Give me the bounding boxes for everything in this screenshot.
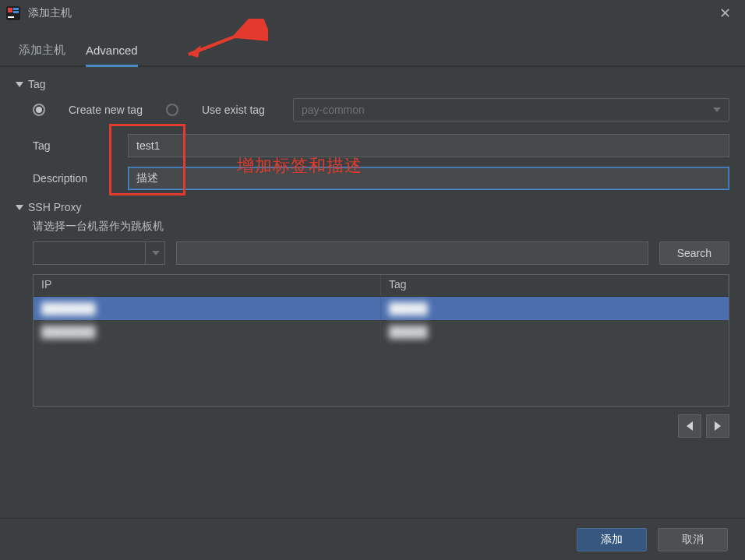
cell-ip: ███████	[41, 302, 95, 315]
svg-rect-1	[8, 8, 12, 12]
proxy-search-input[interactable]	[176, 241, 648, 265]
next-page-button[interactable]	[706, 414, 729, 438]
tab-advanced[interactable]: Advanced	[86, 44, 138, 67]
chevron-down-icon	[152, 251, 160, 255]
tab-basic[interactable]: 添加主机	[19, 43, 65, 65]
search-button[interactable]: Search	[659, 241, 729, 265]
app-icon	[6, 6, 20, 20]
col-tag[interactable]: Tag	[381, 275, 729, 296]
ok-button-label: 添加	[601, 533, 623, 547]
prev-page-button[interactable]	[678, 414, 701, 438]
ok-button[interactable]: 添加	[577, 528, 647, 551]
chevron-down-icon	[16, 205, 23, 210]
pager	[16, 407, 729, 438]
section-title-ssh: SSH Proxy	[28, 201, 81, 213]
cell-tag: █████	[389, 302, 428, 315]
search-button-label: Search	[677, 247, 711, 259]
tag-label: Tag	[33, 139, 128, 152]
ssh-hint: 请选择一台机器作为跳板机	[16, 218, 729, 241]
svg-rect-3	[13, 11, 19, 13]
table-header: IP Tag	[34, 275, 729, 297]
window-title: 添加主机	[28, 6, 72, 20]
cancel-button[interactable]: 取消	[658, 528, 728, 551]
chevron-right-icon	[715, 421, 721, 431]
radio-exist-label: Use exist tag	[202, 104, 265, 116]
tab-bar: 添加主机 Advanced	[0, 26, 745, 67]
radio-create-label: Create new tag	[69, 104, 143, 116]
table-row[interactable]: ███████ █████	[34, 320, 729, 343]
table-row[interactable]: ███████ █████	[34, 297, 729, 320]
col-ip[interactable]: IP	[34, 275, 381, 296]
cell-ip: ███████	[41, 326, 95, 338]
proxy-table: IP Tag ███████ █████ ███████ █████	[33, 274, 729, 407]
cancel-button-label: 取消	[682, 533, 704, 547]
close-icon[interactable]: ✕	[711, 2, 739, 25]
chevron-left-icon	[687, 421, 693, 431]
section-toggle-tag[interactable]: Tag	[16, 72, 729, 95]
chevron-down-icon	[713, 107, 721, 112]
cell-tag: █████	[389, 326, 428, 338]
titlebar: 添加主机 ✕	[0, 0, 745, 26]
dialog-footer: 添加 取消	[0, 518, 745, 560]
tag-input[interactable]	[128, 134, 729, 157]
proxy-type-select[interactable]	[33, 241, 165, 265]
svg-rect-4	[8, 16, 14, 18]
description-input[interactable]	[128, 167, 729, 190]
chevron-down-icon	[16, 82, 23, 87]
radio-create-new-tag[interactable]	[33, 104, 45, 116]
exist-tag-dropdown[interactable]: pay-common	[293, 98, 729, 122]
exist-tag-value: pay-common	[302, 104, 365, 116]
section-title-tag: Tag	[28, 78, 46, 90]
radio-use-exist-tag[interactable]	[166, 104, 178, 116]
svg-rect-2	[13, 8, 19, 10]
section-toggle-ssh[interactable]: SSH Proxy	[16, 195, 729, 218]
description-label: Description	[33, 172, 128, 185]
